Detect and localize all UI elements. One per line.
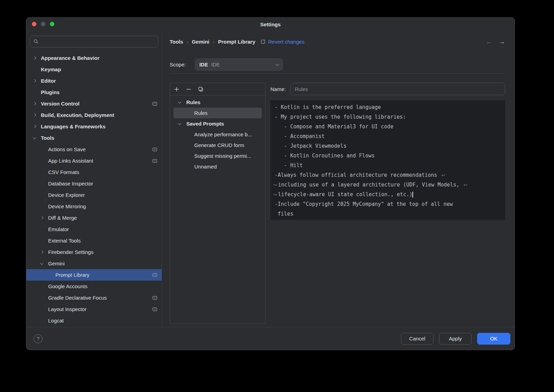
- sidebar-item-label: Gemini: [48, 261, 65, 266]
- text-cursor: [412, 192, 413, 198]
- sidebar-item-label: Device Mirroring: [48, 203, 86, 209]
- prompt-label: Rules: [194, 110, 207, 116]
- sidebar-item-label: Actions on Save: [48, 146, 86, 152]
- prompt-item-generate-crud-form[interactable]: Generate CRUD form: [173, 140, 262, 151]
- sidebar-item-firebender-settings[interactable]: Firebender Settings: [26, 246, 162, 258]
- prompt-label: Analyze performance b...: [194, 131, 252, 137]
- chevron-right-icon[interactable]: [33, 57, 41, 59]
- chevron-down-icon: [276, 64, 278, 65]
- soft-wrap-icon: ↩: [441, 173, 445, 178]
- window-controls: [32, 22, 54, 26]
- sidebar-item-layout-inspector[interactable]: Layout Inspector: [26, 303, 162, 315]
- chevron-right-icon[interactable]: [41, 217, 48, 219]
- code-text: - Jetpack Viewmodels: [275, 143, 347, 149]
- minimize-window-button[interactable]: [41, 22, 45, 26]
- sidebar-item-device-explorer[interactable]: Device Explorer: [26, 189, 162, 201]
- ok-button[interactable]: OK: [477, 333, 510, 345]
- sidebar-item-external-tools[interactable]: External Tools: [26, 235, 162, 246]
- breadcrumb-item-tools[interactable]: Tools: [170, 39, 183, 45]
- sidebar-item-gradle-declarative-focus[interactable]: Gradle Declarative Focus: [26, 292, 162, 303]
- content-header: Tools›Gemini›Prompt Library Revert chang…: [170, 37, 505, 46]
- chevron-right-icon[interactable]: [33, 114, 41, 116]
- main-row: Appearance & BehaviorKeymapEditorPlugins…: [26, 31, 515, 327]
- settings-search-field[interactable]: [30, 36, 158, 47]
- window-title: Settings: [260, 21, 280, 27]
- chevron-right-icon[interactable]: [33, 125, 41, 128]
- sidebar-item-label: External Tools: [48, 238, 81, 244]
- revert-icon: [261, 39, 265, 44]
- prompt-item-unnamed[interactable]: Unnamed: [173, 161, 262, 172]
- search-input[interactable]: [41, 38, 155, 45]
- sidebar-item-google-accounts[interactable]: Google Accounts: [26, 281, 162, 292]
- back-arrow-icon[interactable]: ←: [486, 38, 492, 45]
- sidebar-item-label: Editor: [41, 78, 56, 84]
- prompt-item-analyze-performance-b[interactable]: Analyze performance b...: [173, 129, 262, 140]
- chevron-right-icon[interactable]: [33, 80, 41, 82]
- settings-tree: Appearance & BehaviorKeymapEditorPlugins…: [26, 52, 162, 327]
- sidebar-item-editor[interactable]: Editor: [26, 75, 162, 86]
- sidebar-item-emulator[interactable]: Emulator: [26, 224, 162, 235]
- breadcrumb-item-prompt-library[interactable]: Prompt Library: [218, 39, 256, 45]
- ide-level-icon: [152, 101, 158, 106]
- sidebar-item-logcat[interactable]: Logcat: [26, 315, 162, 326]
- prompt-item-rules[interactable]: Rules: [173, 108, 262, 118]
- prompt-tree: RulesRulesSaved PromptsAnalyze performan…: [170, 95, 265, 323]
- sidebar-item-languages-frameworks[interactable]: Languages & Frameworks: [26, 121, 162, 132]
- remove-prompt-button[interactable]: [186, 86, 192, 92]
- prompt-text-editor[interactable]: - Kotlin is the preferred language- My p…: [270, 100, 505, 220]
- code-text: - Kotlin is the preferred language: [275, 104, 381, 110]
- sidebar-item-label: Tools: [41, 135, 54, 141]
- sidebar-item-appearance-behavior[interactable]: Appearance & Behavior: [26, 52, 162, 64]
- revert-changes-link[interactable]: Revert changes: [261, 39, 304, 45]
- chevron-down-icon[interactable]: [41, 263, 48, 264]
- settings-window: Settings Appearance & BehaviorKeymapEdit…: [26, 17, 515, 350]
- breadcrumb-item-gemini[interactable]: Gemini: [192, 39, 209, 45]
- chevron-down-icon[interactable]: [178, 102, 186, 103]
- code-line: -Always follow official architecture rec…: [275, 170, 501, 180]
- cancel-button[interactable]: Cancel: [401, 333, 434, 345]
- sidebar-item-tools[interactable]: Tools: [26, 132, 162, 144]
- sidebar-item-diff-merge[interactable]: Diff & Merge: [26, 212, 162, 224]
- sidebar-item-prompt-library[interactable]: Prompt Library: [26, 269, 162, 281]
- sidebar-item-label: Plugins: [41, 89, 60, 95]
- sidebar-item-version-control[interactable]: Version Control: [26, 98, 162, 109]
- title-bar: Settings: [26, 18, 515, 31]
- sidebar-item-actions-on-save[interactable]: Actions on Save: [26, 144, 162, 155]
- chevron-down-icon[interactable]: [178, 123, 186, 125]
- sidebar-item-csv-formats[interactable]: CSV Formats: [26, 166, 162, 178]
- scope-dropdown[interactable]: IDE IDE: [195, 58, 283, 71]
- chevron-down-icon[interactable]: [33, 137, 41, 139]
- add-prompt-button[interactable]: [173, 86, 180, 92]
- sidebar-item-plugins[interactable]: Plugins: [26, 86, 162, 98]
- chevron-right-icon[interactable]: [33, 102, 41, 105]
- prompt-item-suggest-missing-permi[interactable]: Suggest missing permi...: [173, 151, 262, 161]
- sidebar-item-device-mirroring[interactable]: Device Mirroring: [26, 201, 162, 212]
- code-text: - My project uses the following librarie…: [275, 114, 406, 120]
- sidebar-item-label: Device Explorer: [48, 192, 85, 198]
- forward-arrow-icon[interactable]: →: [499, 38, 505, 45]
- sidebar-item-database-inspector[interactable]: Database Inspector: [26, 178, 162, 189]
- sidebar-item-build-execution-deployment[interactable]: Build, Execution, Deployment: [26, 109, 162, 121]
- prompt-label: Rules: [186, 99, 200, 105]
- zoom-window-button[interactable]: [50, 22, 54, 26]
- sidebar-item-keymap[interactable]: Keymap: [26, 64, 162, 75]
- help-button[interactable]: ?: [34, 334, 43, 343]
- sidebar-item-label: Google Accounts: [48, 283, 87, 289]
- ide-level-icon: [152, 147, 158, 152]
- chevron-right-icon[interactable]: [41, 251, 48, 253]
- copy-prompt-button[interactable]: [198, 86, 204, 92]
- prompt-group-saved-prompts[interactable]: Saved Prompts: [170, 118, 265, 129]
- apply-button[interactable]: Apply: [439, 333, 472, 345]
- prompt-group-rules[interactable]: Rules: [170, 97, 265, 108]
- prompt-label: Generate CRUD form: [194, 142, 244, 148]
- prompt-name-input[interactable]: [291, 83, 505, 95]
- sidebar-item-label: Logcat: [48, 318, 64, 323]
- prompt-label: Unnamed: [194, 164, 217, 170]
- sidebar-item-gemini[interactable]: Gemini: [26, 258, 162, 269]
- sidebar-item-app-links-assistant[interactable]: App Links Assistant: [26, 155, 162, 166]
- footer: ? Cancel Apply OK: [26, 327, 515, 350]
- sidebar-item-label: Layout Inspector: [48, 306, 87, 312]
- soft-wrap-icon: ↪: [273, 182, 277, 188]
- close-window-button[interactable]: [32, 22, 36, 26]
- search-icon: [33, 39, 39, 44]
